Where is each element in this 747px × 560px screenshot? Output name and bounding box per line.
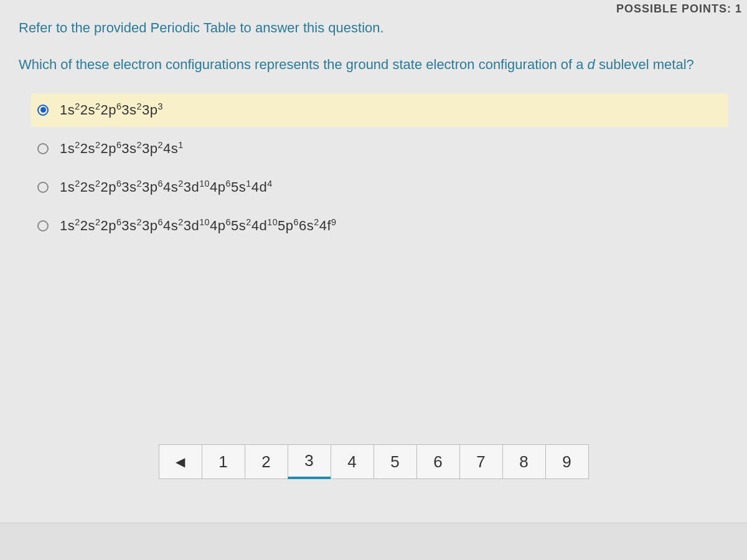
instruction-text: Refer to the provided Periodic Table to … [19,19,728,38]
question-area: Refer to the provided Periodic Table to … [0,0,747,254]
page-button-9[interactable]: 9 [545,444,589,479]
page-button-5[interactable]: 5 [374,444,417,479]
option-4[interactable]: 1s22s22p63s23p64s23d104p65s24d105p66s24f… [31,209,728,243]
prev-page-button[interactable]: ◀ [159,444,202,479]
options-list: 1s22s22p63s23p31s22s22p63s23p24s11s22s22… [19,93,728,243]
option-formula: 1s22s22p63s23p64s23d104p65s24d105p66s24f… [60,218,337,234]
option-formula: 1s22s22p63s23p3 [60,102,163,118]
option-formula: 1s22s22p63s23p24s1 [60,141,184,157]
pagination: ◀123456789 [0,444,747,479]
option-formula: 1s22s22p63s23p64s23d104p65s14d4 [60,179,273,195]
question-prompt: Which of these electron configurations r… [19,55,728,75]
page-button-1[interactable]: 1 [202,444,245,479]
option-1[interactable]: 1s22s22p63s23p3 [31,93,728,127]
prompt-pre: Which of these electron configurations r… [19,57,588,72]
page-button-8[interactable]: 8 [502,444,546,479]
page-button-4[interactable]: 4 [331,444,374,479]
radio-icon [37,143,49,154]
radio-icon [37,220,49,231]
page-button-3[interactable]: 3 [288,444,331,479]
radio-icon [37,182,49,193]
option-2[interactable]: 1s22s22p63s23p24s1 [31,132,728,166]
page-button-7[interactable]: 7 [459,444,503,479]
page-button-6[interactable]: 6 [416,444,460,479]
radio-icon [37,105,49,116]
page-button-2[interactable]: 2 [245,444,288,479]
option-3[interactable]: 1s22s22p63s23p64s23d104p65s14d4 [31,170,728,204]
prompt-italic: d [588,57,595,72]
prompt-post: sublevel metal? [595,57,694,72]
points-label: POSSIBLE POINTS: 1 [611,0,747,18]
footer-bar [0,523,747,560]
